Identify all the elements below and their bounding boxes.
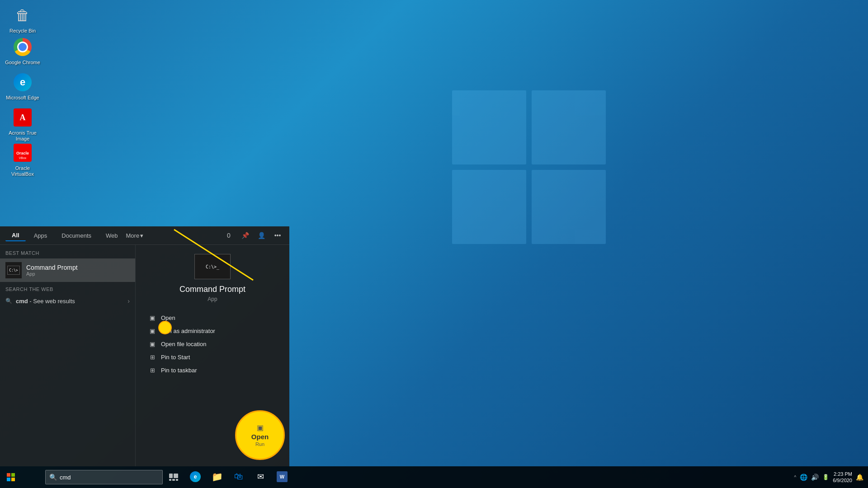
web-result-item[interactable]: 🔍 cmd - See web results › xyxy=(5,295,130,307)
system-tray: ^ 🌐 🔊 🔋 2:23 PM 6/9/2020 🔔 xyxy=(794,471,868,484)
google-chrome-icon[interactable]: Google Chrome xyxy=(5,36,41,66)
svg-rect-9 xyxy=(11,478,15,481)
recycle-bin-icon[interactable]: 🗑 Recycle Bin xyxy=(5,5,41,34)
cmd-icon-small: C:\> xyxy=(7,266,20,275)
oracle-virtualbox-icon[interactable]: Oracle VBox Oracle VirtualBox xyxy=(5,142,41,177)
search-web-icon: 🔍 xyxy=(5,298,12,304)
action-open-file-location[interactable]: ▣ Open file location xyxy=(145,338,280,351)
windows-logo-icon xyxy=(7,473,15,481)
oracle-label: Oracle VirtualBox xyxy=(5,165,41,177)
battery-icon: 🔋 xyxy=(822,474,829,480)
volume-icon[interactable]: 🔊 xyxy=(811,474,819,481)
windows-logo-desktop xyxy=(452,90,606,244)
clock-time: 2:23 PM xyxy=(833,471,852,477)
edge-app-icon: e xyxy=(190,471,201,482)
web-result-left: 🔍 cmd - See web results xyxy=(5,298,75,305)
result-name: Command Prompt xyxy=(26,264,78,271)
cmd-big-type: App xyxy=(208,296,217,302)
acronis-label: Acronis True Image xyxy=(5,130,41,142)
open-icon: ▣ xyxy=(148,314,156,321)
file-location-icon: ▣ xyxy=(148,341,156,347)
result-type: App xyxy=(26,271,78,277)
taskbar-edge-app[interactable]: e xyxy=(184,466,206,488)
svg-text:A: A xyxy=(20,113,26,122)
tab-icon-user[interactable]: 👤 xyxy=(255,229,268,242)
microsoft-edge-icon[interactable]: e Microsoft Edge xyxy=(5,71,41,101)
web-result-text: cmd - See web results xyxy=(16,298,75,305)
recycle-bin-label: Recycle Bin xyxy=(9,28,36,34)
best-match-item[interactable]: C:\> Command Prompt App xyxy=(0,258,135,282)
svg-rect-13 xyxy=(172,479,175,481)
svg-rect-10 xyxy=(169,474,173,478)
action-pin-taskbar[interactable]: ⊞ Pin to taskbar xyxy=(145,364,280,377)
svg-rect-14 xyxy=(176,479,178,481)
tab-icon-group: 0 📌 👤 ••• xyxy=(222,229,284,242)
pin-start-label: Pin to Start xyxy=(161,354,190,361)
tab-icon-pin[interactable]: 📌 xyxy=(239,229,251,242)
web-arrow-icon: › xyxy=(127,297,130,305)
tab-more[interactable]: More ▾ xyxy=(126,232,144,239)
svg-text:VBox: VBox xyxy=(19,156,27,160)
taskbar-mail-app[interactable]: ✉ xyxy=(250,466,271,488)
run-admin-icon: ▣ xyxy=(148,328,156,334)
svg-rect-11 xyxy=(174,474,178,478)
cmd-result-icon: C:\> xyxy=(5,262,22,278)
circle-run-label: Run xyxy=(255,441,264,447)
start-button[interactable] xyxy=(0,466,22,488)
notification-icon[interactable]: 🔔 xyxy=(856,474,863,481)
clock-display[interactable]: 2:23 PM 6/9/2020 xyxy=(833,471,852,484)
action-pin-start[interactable]: ⊞ Pin to Start xyxy=(145,351,280,364)
taskbar-search-icon: 🔍 xyxy=(49,474,57,481)
tab-all[interactable]: All xyxy=(5,230,26,241)
best-match-label: Best match xyxy=(0,250,135,258)
svg-rect-8 xyxy=(7,478,10,481)
taskbar: 🔍 e 📁 🛍 ✉ W xyxy=(0,466,868,488)
tab-apps[interactable]: Apps xyxy=(28,230,54,241)
acronis-true-image-icon[interactable]: A Acronis True Image xyxy=(5,107,41,142)
pin-taskbar-icon: ⊞ xyxy=(148,367,156,374)
taskbar-search-bar[interactable]: 🔍 xyxy=(45,470,163,484)
search-web-section: Search the web 🔍 cmd - See web results › xyxy=(0,284,135,310)
clock-date: 6/9/2020 xyxy=(833,477,852,483)
task-view-icon xyxy=(169,474,178,481)
pin-start-icon: ⊞ xyxy=(148,354,156,361)
store-icon: 🛍 xyxy=(234,471,243,482)
taskbar-word-app[interactable]: W xyxy=(271,466,293,488)
chrome-label: Google Chrome xyxy=(5,60,40,66)
cmd-big-name: Command Prompt xyxy=(179,285,245,294)
mail-icon: ✉ xyxy=(257,472,264,482)
tray-chevron[interactable]: ^ xyxy=(794,475,796,480)
taskbar-store-app[interactable]: 🛍 xyxy=(228,466,250,488)
left-panel: Best match C:\> Command Prompt App Searc… xyxy=(0,245,136,466)
tab-documents[interactable]: Documents xyxy=(55,230,98,241)
tab-icon-count: 0 xyxy=(222,229,235,242)
svg-rect-7 xyxy=(11,473,15,477)
annotation-dot xyxy=(158,321,172,334)
circle-open-label: Open xyxy=(251,433,269,441)
cmd-big-icon: C:\>_ xyxy=(194,254,231,279)
svg-text:Oracle: Oracle xyxy=(16,151,29,155)
pin-taskbar-label: Pin to taskbar xyxy=(161,367,197,374)
edge-label: Microsoft Edge xyxy=(6,95,39,101)
taskbar-search-input[interactable] xyxy=(60,474,159,481)
word-icon: W xyxy=(277,471,288,482)
explorer-icon: 📁 xyxy=(212,471,223,482)
tab-web[interactable]: Web xyxy=(99,230,124,241)
open-label: Open xyxy=(161,314,175,321)
svg-rect-6 xyxy=(7,473,10,477)
svg-rect-12 xyxy=(169,479,171,481)
task-view-button[interactable] xyxy=(163,466,184,488)
search-tabs: All Apps Documents Web More ▾ 0 📌 👤 ••• xyxy=(0,226,289,245)
result-text: Command Prompt App xyxy=(26,264,78,277)
network-icon: 🌐 xyxy=(800,474,807,481)
taskbar-explorer-app[interactable]: 📁 xyxy=(206,466,228,488)
search-web-label: Search the web xyxy=(5,286,130,292)
desktop: 🗑 Recycle Bin Google Chrome e Microsoft … xyxy=(0,0,868,488)
tab-icon-more[interactable]: ••• xyxy=(271,229,284,242)
file-location-label: Open file location xyxy=(161,341,206,347)
circle-open-icon: ▣ xyxy=(257,423,264,432)
annotation-circle-big: ▣ Open Run xyxy=(235,410,285,460)
